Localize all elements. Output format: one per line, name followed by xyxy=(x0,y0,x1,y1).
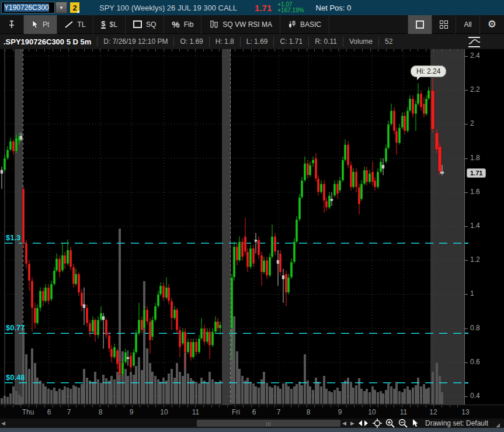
volume-bar xyxy=(380,391,382,404)
drawing-set-menu[interactable]: Drawing set: Default xyxy=(425,419,488,427)
scrollbar-thumb[interactable]: ||| xyxy=(197,420,340,427)
candle-body xyxy=(385,148,387,161)
change-percent: +167.19% xyxy=(277,8,304,13)
symbol-dropdown-button[interactable]: ▼ xyxy=(55,2,67,13)
volume-bar xyxy=(190,378,192,404)
candle-body xyxy=(440,172,444,174)
volume-bar xyxy=(355,385,357,404)
candle-body xyxy=(404,116,406,131)
tool-rectangle-button[interactable]: SQ xyxy=(126,15,164,34)
layout-single-button[interactable] xyxy=(408,15,432,34)
price-alert-label[interactable]: $0.77 xyxy=(6,323,25,332)
candle-body xyxy=(97,320,99,335)
candle-body xyxy=(252,248,255,264)
candle-body xyxy=(143,310,145,329)
price-alert-label[interactable]: $0.48 xyxy=(6,373,25,382)
candle-body xyxy=(323,184,325,201)
crosshair-icon[interactable] xyxy=(371,419,383,428)
candle-body xyxy=(119,362,121,374)
candle-body xyxy=(417,94,419,103)
candle-body xyxy=(420,94,422,107)
candle-body xyxy=(47,288,50,301)
chart-scroll-row: ◀ ||| ◀ ▶ Drawing set: Default xyxy=(0,419,504,428)
candle-body xyxy=(412,99,414,114)
chart-canvas[interactable] xyxy=(0,49,464,405)
volume-bar xyxy=(233,316,235,404)
volume-bar xyxy=(55,391,58,404)
pin-button[interactable] xyxy=(0,15,24,34)
volume-bar xyxy=(298,382,301,404)
candle-body xyxy=(124,352,127,362)
scroll-right-button[interactable]: ▶ xyxy=(350,420,354,426)
candle-body xyxy=(342,160,344,181)
candle-body xyxy=(94,320,96,335)
price-axis[interactable]: 1.71 2.42.221.81.61.41.210.80.60.4 xyxy=(464,49,504,405)
volume-bar xyxy=(317,382,319,404)
pan-mode-icon[interactable] xyxy=(357,419,369,428)
zoom-out-icon[interactable] xyxy=(397,419,409,428)
volume-bar xyxy=(83,369,85,404)
single-pane-icon xyxy=(416,20,424,29)
tool-fibonacci-button[interactable]: % Fib xyxy=(164,15,201,34)
zoom-in-icon[interactable] xyxy=(384,419,396,428)
volume-bar xyxy=(236,351,238,404)
tool-trendline-button[interactable]: TL xyxy=(57,15,93,34)
price-change: +1.07 +167.19% xyxy=(277,2,304,13)
candle-body xyxy=(274,236,276,251)
volume-bar xyxy=(81,384,83,404)
field-range: R: 0.11 xyxy=(308,37,343,47)
candle-body xyxy=(28,264,30,281)
volume-bar xyxy=(138,357,140,404)
candle-body xyxy=(130,355,132,367)
volume-bar xyxy=(182,376,184,404)
linked-group-badge[interactable]: 2 xyxy=(70,2,79,13)
time-axis[interactable]: Thu67891011Fri678910111213 xyxy=(0,405,504,419)
layout-grid-button[interactable] xyxy=(432,15,456,34)
resize-grip-icon[interactable] xyxy=(496,423,500,427)
price-alert-label[interactable]: $1.3 xyxy=(6,233,20,242)
volume-bar xyxy=(312,390,314,404)
candle-body xyxy=(255,240,257,241)
layout-all-button[interactable]: All xyxy=(456,15,479,34)
candle-body xyxy=(44,288,47,301)
volume-bar xyxy=(130,372,132,404)
candle-body xyxy=(233,247,235,277)
volume-bar xyxy=(50,390,53,404)
scroll-far-left-arrow[interactable]: ◀ xyxy=(1,420,5,426)
candle-body xyxy=(89,323,91,332)
tool-pointer-button[interactable]: Pt xyxy=(24,15,57,34)
volume-bar xyxy=(47,389,50,404)
volume-bar xyxy=(86,378,88,404)
studies-set-button[interactable]: SQ VW RSI MA xyxy=(201,15,280,34)
candle-body xyxy=(116,350,119,364)
price-axis-label: 1.6 xyxy=(470,188,480,196)
volume-bar xyxy=(31,348,33,404)
volume-bar xyxy=(412,388,414,404)
volume-bar xyxy=(127,376,129,404)
volume-bar xyxy=(44,386,47,404)
scroll-left-button[interactable]: ◀ xyxy=(342,420,346,426)
candle-body xyxy=(431,90,435,129)
tool-price-level-button[interactable]: $ $L xyxy=(93,15,126,34)
trendline-icon xyxy=(65,21,73,28)
volume-bar xyxy=(94,372,96,404)
volume-bar xyxy=(206,383,208,404)
candle-body xyxy=(100,313,102,320)
candle-body xyxy=(36,308,39,323)
volume-bar xyxy=(97,379,99,404)
candle-body xyxy=(393,110,395,131)
price-axis-label: 1.4 xyxy=(470,222,480,230)
chart-area: $1.3$0.77$0.48 Hi: 2.24 xyxy=(0,49,504,405)
candle-body xyxy=(214,322,217,331)
net-position: Net Pos: 0 xyxy=(316,4,352,12)
symbol-input[interactable]: Y190726C300 xyxy=(1,2,55,13)
volume-bar xyxy=(64,386,66,404)
chart-style-basic-button[interactable]: BASIC xyxy=(280,15,329,34)
volume-bar xyxy=(78,388,80,404)
chart-style-quick-icon[interactable] xyxy=(467,36,482,49)
candle-body xyxy=(133,352,135,365)
pointer-mode-icon[interactable] xyxy=(409,419,421,428)
volume-bar xyxy=(192,381,194,404)
candle-body xyxy=(333,184,336,195)
settings-button[interactable]: ⚙ xyxy=(479,15,504,34)
